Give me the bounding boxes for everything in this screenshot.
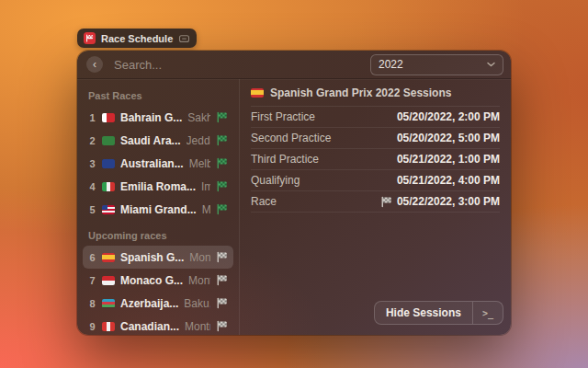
printer-icon[interactable] bbox=[178, 33, 190, 43]
race-index: 3 bbox=[88, 158, 96, 169]
checkered-flag-icon bbox=[216, 111, 228, 123]
sessions-panel-title: Spanish Grand Prix 2022 Sessions bbox=[270, 86, 451, 99]
session-row: First Practice05/20/2022, 2:00 PM bbox=[251, 107, 500, 128]
race-title: Australian... bbox=[120, 157, 184, 170]
azerbaijan-flag-icon bbox=[102, 299, 115, 308]
race-index: 2 bbox=[88, 135, 96, 146]
raycast-window: ‹ 2022 Past Races1Bahrain G...Sakhir, Ba… bbox=[77, 51, 511, 335]
terminal-prompt-icon[interactable]: >_ bbox=[473, 302, 503, 324]
checkered-flag-icon bbox=[216, 180, 228, 192]
chevron-down-icon bbox=[487, 62, 495, 67]
race-title: Emilia Roma... bbox=[120, 180, 196, 193]
race-index: 6 bbox=[88, 252, 96, 263]
search-bar: ‹ 2022 bbox=[77, 51, 511, 79]
race-index: 5 bbox=[88, 204, 96, 215]
session-row: Race05/22/2022, 3:00 PM bbox=[251, 191, 500, 213]
race-list-item[interactable]: 9Canadian...Montreal, C... bbox=[83, 315, 233, 335]
checkered-flag-icon bbox=[216, 297, 228, 309]
race-list-item[interactable]: 5Miami Grand...Miami, USA bbox=[83, 198, 233, 221]
session-row: Third Practice05/21/2022, 1:00 PM bbox=[251, 149, 500, 170]
race-title: Monaco G... bbox=[120, 274, 183, 287]
race-list-item[interactable]: 1Bahrain G...Sakhir, Bahr... bbox=[83, 106, 233, 129]
action-bar: Hide Sessions >_ bbox=[374, 301, 503, 325]
race-title: Spanish G... bbox=[120, 251, 184, 264]
checkered-flag-icon bbox=[216, 251, 228, 263]
race-title: Miami Grand... bbox=[120, 203, 197, 216]
race-list-item[interactable]: 6Spanish G...Montmeló,... bbox=[83, 246, 233, 269]
spain-flag-icon bbox=[102, 253, 115, 262]
race-index: 7 bbox=[88, 275, 96, 286]
saudi-flag-icon bbox=[102, 136, 115, 145]
race-list-item[interactable]: 2Saudi Ara...Jeddah, Sa... bbox=[83, 129, 233, 152]
race-location: Jeddah, Sa... bbox=[187, 134, 210, 147]
race-location: Imola, Italy bbox=[201, 180, 210, 193]
section-header: Upcoming races bbox=[88, 230, 228, 241]
race-index: 1 bbox=[88, 112, 96, 123]
window-tab-title: Race Schedule bbox=[101, 33, 173, 44]
race-location: Montmeló,... bbox=[189, 251, 210, 264]
race-index: 9 bbox=[88, 321, 96, 332]
race-title: Bahrain G... bbox=[120, 111, 182, 124]
checkered-flag-icon bbox=[216, 157, 228, 169]
race-list-item[interactable]: 8Azerbaija...Baku, Azerb... bbox=[83, 292, 233, 315]
italy-flag-icon bbox=[102, 182, 115, 191]
spain-flag-icon bbox=[251, 88, 264, 98]
checkered-flag-icon bbox=[216, 320, 228, 332]
session-time: 05/21/2022, 1:00 PM bbox=[397, 153, 500, 166]
race-title: Azerbaija... bbox=[120, 297, 178, 310]
usa-flag-icon bbox=[102, 205, 115, 214]
race-location: Sakhir, Bahr... bbox=[187, 111, 210, 124]
session-label: Race bbox=[251, 195, 380, 208]
session-time: 05/20/2022, 2:00 PM bbox=[397, 110, 500, 123]
race-list-item[interactable]: 7Monaco G...Monte-Carl... bbox=[83, 269, 233, 292]
search-input[interactable] bbox=[112, 57, 370, 73]
sessions-panel: Spanish Grand Prix 2022 Sessions First P… bbox=[239, 79, 511, 335]
monaco-flag-icon bbox=[102, 276, 115, 285]
race-list-item[interactable]: 4Emilia Roma...Imola, Italy bbox=[83, 175, 233, 198]
hide-sessions-button[interactable]: Hide Sessions bbox=[375, 302, 472, 324]
race-location: Montreal, C... bbox=[185, 320, 210, 333]
session-time: 05/22/2022, 3:00 PM bbox=[380, 195, 500, 208]
session-time: 05/21/2022, 4:00 PM bbox=[397, 174, 500, 187]
sessions-panel-header: Spanish Grand Prix 2022 Sessions bbox=[251, 79, 500, 107]
session-row: Second Practice05/20/2022, 5:00 PM bbox=[251, 128, 500, 149]
checkered-flag-icon bbox=[216, 134, 228, 146]
race-location: Miami, USA bbox=[202, 203, 210, 216]
session-time: 05/20/2022, 5:00 PM bbox=[397, 132, 500, 144]
checkered-flag-icon bbox=[216, 203, 228, 215]
race-index: 4 bbox=[88, 181, 96, 192]
spain-flag-icon bbox=[251, 88, 264, 98]
race-schedule-app-icon bbox=[84, 32, 96, 44]
sessions-list: First Practice05/20/2022, 2:00 PMSecond … bbox=[251, 107, 500, 213]
race-location: Baku, Azerb... bbox=[184, 297, 210, 310]
race-title: Saudi Ara... bbox=[120, 134, 181, 147]
desktop-background: Race Schedule ‹ 2022 Past Races1Bahrain … bbox=[0, 0, 588, 368]
year-dropdown[interactable]: 2022 bbox=[370, 54, 503, 75]
race-location: Monte-Carl... bbox=[188, 274, 210, 287]
race-title: Canadian... bbox=[120, 320, 179, 333]
checkered-flag-icon bbox=[216, 274, 228, 286]
session-label: Second Practice bbox=[251, 132, 397, 144]
window-tab[interactable]: Race Schedule bbox=[77, 29, 197, 48]
bahrain-flag-icon bbox=[102, 113, 115, 122]
race-location: Melbourne,... bbox=[189, 157, 210, 170]
session-row: Qualifying05/21/2022, 4:00 PM bbox=[251, 170, 500, 191]
session-label: Qualifying bbox=[251, 174, 397, 187]
checkered-flag-icon bbox=[380, 196, 392, 208]
canada-flag-icon bbox=[102, 322, 115, 331]
session-label: First Practice bbox=[251, 110, 397, 123]
race-list: Past Races1Bahrain G...Sakhir, Bahr...2S… bbox=[77, 79, 239, 335]
race-index: 8 bbox=[88, 298, 96, 309]
back-button[interactable]: ‹ bbox=[86, 56, 103, 73]
session-label: Third Practice bbox=[251, 153, 397, 166]
australia-flag-icon bbox=[102, 159, 115, 168]
race-list-item[interactable]: 3Australian...Melbourne,... bbox=[83, 152, 233, 175]
section-header: Past Races bbox=[88, 90, 228, 101]
year-dropdown-value: 2022 bbox=[379, 58, 487, 71]
